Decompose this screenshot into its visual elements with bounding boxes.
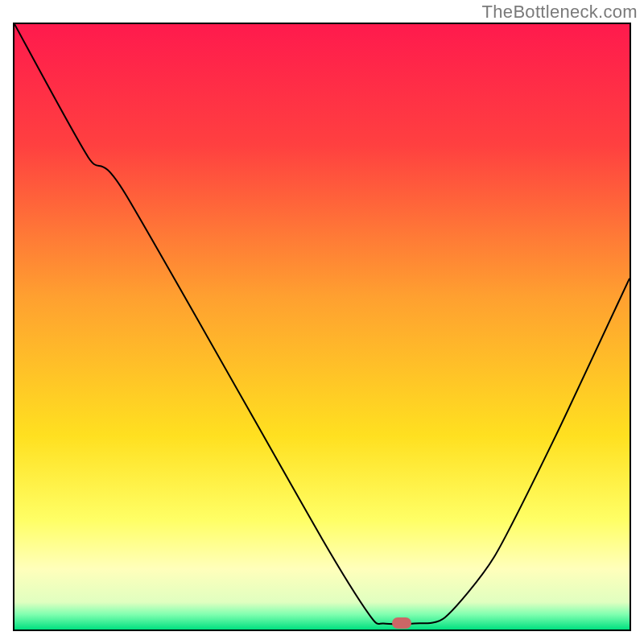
watermark-text: TheBottleneck.com (482, 2, 638, 23)
bottleneck-curve (14, 24, 630, 630)
optimal-marker (392, 617, 411, 629)
chart-container: TheBottleneck.com (0, 0, 644, 644)
plot-area (13, 23, 631, 631)
